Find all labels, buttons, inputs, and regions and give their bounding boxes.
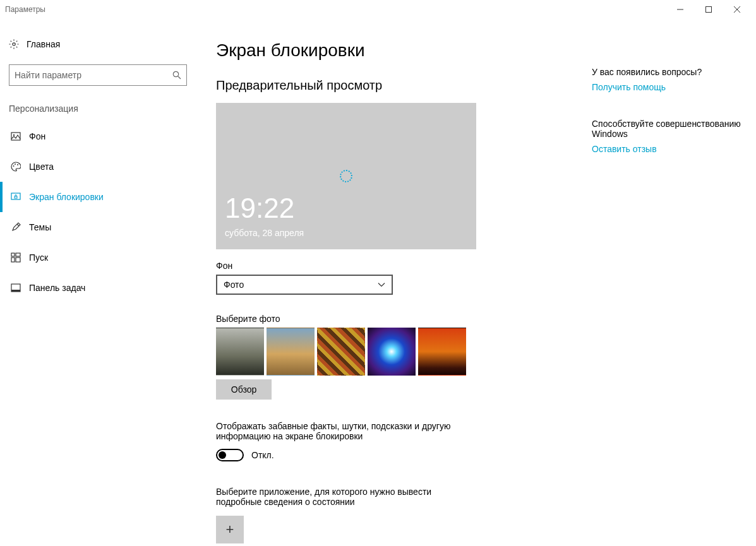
- chevron-down-icon: [378, 281, 385, 288]
- loading-spinner-icon: [340, 170, 352, 182]
- questions-heading: У вас появились вопросы?: [592, 67, 743, 77]
- photo-thumb[interactable]: [216, 328, 264, 376]
- search-box[interactable]: [9, 64, 187, 86]
- grid-icon: [3, 252, 29, 263]
- svg-line-6: [178, 76, 181, 79]
- lockscreen-preview: 19:22 суббота, 28 апреля: [216, 103, 476, 249]
- svg-point-10: [15, 163, 16, 165]
- svg-point-9: [13, 165, 15, 167]
- search-input[interactable]: [15, 70, 172, 80]
- right-column: У вас появились вопросы? Получить помощь…: [592, 19, 756, 546]
- svg-rect-15: [16, 253, 20, 256]
- svg-point-5: [173, 71, 178, 76]
- background-dropdown[interactable]: Фото: [216, 275, 393, 295]
- brush-icon: [3, 222, 29, 232]
- picture-icon: [3, 131, 29, 141]
- dropdown-value: Фото: [224, 280, 244, 290]
- improve-heading: Способствуйте совершенствованию Windows: [592, 119, 743, 139]
- taskbar-icon: [3, 283, 29, 293]
- palette-icon: [3, 162, 29, 172]
- feedback-link[interactable]: Оставить отзыв: [592, 144, 743, 154]
- browse-button[interactable]: Обзор: [216, 379, 272, 400]
- add-detailed-status-app[interactable]: +: [216, 516, 244, 543]
- sidebar-item-label: Панель задач: [29, 283, 85, 293]
- toggle-knob: [219, 451, 226, 459]
- sidebar-item-label: Пуск: [29, 252, 48, 263]
- photo-thumb[interactable]: [317, 328, 365, 376]
- svg-rect-16: [11, 258, 15, 262]
- plus-icon: +: [226, 521, 234, 538]
- get-help-link[interactable]: Получить помощь: [592, 82, 743, 92]
- svg-rect-13: [15, 196, 17, 198]
- photo-thumb[interactable]: [368, 328, 416, 376]
- gear-icon: [9, 39, 27, 49]
- window-title: Параметры: [5, 5, 666, 14]
- sidebar-item-start[interactable]: Пуск: [0, 242, 196, 273]
- sidebar-item-themes[interactable]: Темы: [0, 212, 196, 242]
- sidebar-item-label: Экран блокировки: [29, 192, 104, 202]
- background-label: Фон: [216, 261, 592, 271]
- svg-point-11: [17, 164, 18, 165]
- svg-point-4: [13, 43, 15, 45]
- choose-photo-label: Выберите фото: [216, 314, 592, 324]
- search-icon: [172, 71, 181, 80]
- svg-rect-17: [16, 258, 20, 262]
- sidebar-item-taskbar[interactable]: Панель задач: [0, 273, 196, 303]
- sidebar: Главная Персонализация Фон Цвета: [0, 19, 196, 546]
- photo-thumb[interactable]: [267, 328, 315, 376]
- svg-rect-19: [11, 290, 20, 292]
- detailed-status-label: Выберите приложение, для которого нужно …: [216, 487, 456, 507]
- photo-thumb[interactable]: [418, 328, 466, 376]
- sidebar-item-label: Темы: [29, 222, 51, 232]
- sidebar-item-colors[interactable]: Цвета: [0, 151, 196, 182]
- photo-thumbnails: [216, 328, 592, 376]
- preview-heading: Предварительный просмотр: [216, 78, 592, 93]
- maximize-button[interactable]: [694, 0, 723, 19]
- preview-date: суббота, 28 апреля: [225, 228, 304, 238]
- lockscreen-icon: [3, 192, 29, 202]
- sidebar-item-label: Цвета: [29, 162, 54, 172]
- section-heading: Персонализация: [9, 100, 196, 121]
- page-title: Экран блокировки: [216, 40, 592, 61]
- fun-facts-label: Отображать забавные факты, шутки, подска…: [216, 421, 481, 441]
- svg-rect-14: [11, 253, 15, 256]
- sidebar-item-label: Фон: [29, 131, 45, 141]
- svg-point-8: [13, 134, 15, 136]
- sidebar-item-lockscreen[interactable]: Экран блокировки: [0, 182, 196, 212]
- toggle-state: Откл.: [251, 450, 274, 460]
- home-link[interactable]: Главная: [9, 32, 196, 57]
- sidebar-item-background[interactable]: Фон: [0, 121, 196, 151]
- svg-rect-1: [705, 7, 711, 13]
- close-button[interactable]: [723, 0, 751, 19]
- main-content: Экран блокировки Предварительный просмот…: [196, 19, 592, 546]
- titlebar: Параметры: [0, 0, 756, 19]
- fun-facts-toggle[interactable]: [216, 449, 244, 461]
- minimize-button[interactable]: [666, 0, 694, 19]
- home-label: Главная: [27, 39, 60, 49]
- preview-time: 19:22: [225, 193, 294, 224]
